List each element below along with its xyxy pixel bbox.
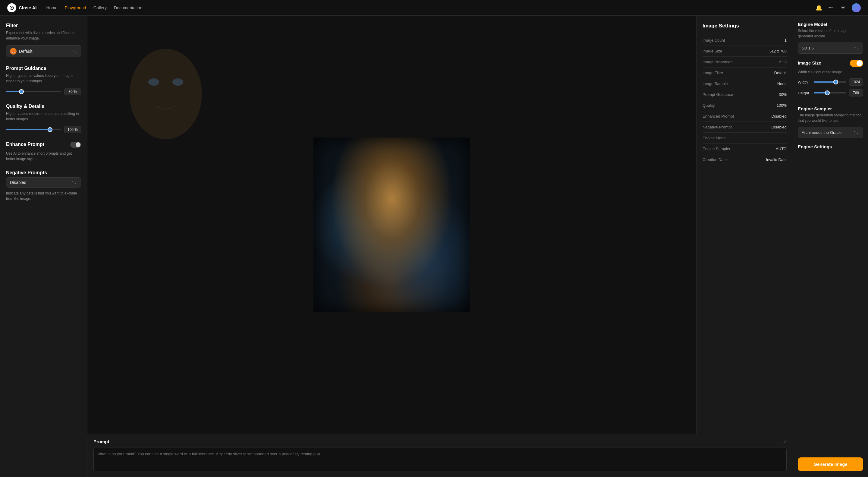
width-fill — [814, 81, 836, 83]
quality-thumb[interactable] — [48, 127, 53, 132]
image-settings-panel: Image Settings Image Count 1 Image Size … — [696, 16, 793, 434]
engine-model-title: Engine Model — [798, 22, 863, 27]
settings-val: AUTO — [776, 147, 786, 151]
settings-val: 1 — [784, 38, 786, 42]
image-size-title: Image Size — [798, 60, 821, 65]
image-panel — [87, 16, 696, 434]
right-panel: Engine Model Select the version of the i… — [793, 16, 868, 477]
width-value: 1024 — [849, 79, 863, 86]
engine-sampler-section: Engine Sampler The image generation samp… — [798, 106, 863, 138]
prompt-expand-icon[interactable]: ⤢ — [783, 439, 786, 444]
filter-selected: Default — [19, 49, 71, 54]
engine-model-desc: Select the version of the image generato… — [798, 28, 863, 39]
negative-select[interactable]: Disabled ⌃⌄ — [6, 177, 81, 187]
enhance-toggle[interactable] — [70, 142, 81, 148]
settings-val: Invalid Date — [766, 157, 786, 162]
prompt-textarea[interactable] — [93, 447, 786, 471]
settings-row-quality: Quality 100% — [703, 100, 786, 111]
settings-key: Image Sample — [703, 81, 728, 86]
width-row: Width 1024 — [798, 79, 863, 86]
settings-row-creation-date: Creation Date Invalid Date — [703, 154, 786, 165]
prompt-title: Prompt — [93, 439, 110, 444]
quality-title: Quality & Details — [6, 104, 81, 109]
width-label: Width — [798, 80, 811, 84]
filter-select[interactable]: 🦊 Default ⌃⌄ — [6, 45, 81, 57]
engine-sampler-arrow-icon: ⌃⌄ — [853, 130, 859, 135]
filter-title: Filter — [6, 23, 81, 28]
enhance-prompt-section: Enhance Prompt Use AI to enhance short p… — [6, 142, 81, 161]
settings-key: Image Filter — [703, 70, 723, 75]
image-size-toggle-thumb — [857, 60, 863, 66]
negative-prompts-section: Negative Prompts Disabled ⌃⌄ Indicate an… — [6, 170, 81, 201]
engine-model-select[interactable]: SD 1.6 ⌃⌄ — [798, 42, 863, 54]
svg-point-1 — [130, 49, 202, 139]
engine-sampler-selected: Archimedes the Oracle — [802, 130, 841, 135]
sidebar: Filter Experiment with diverse styles an… — [0, 16, 87, 477]
settings-icon[interactable]: ☀ — [840, 4, 846, 11]
prompt-guidance-track[interactable] — [6, 91, 61, 92]
settings-table: Image Count 1 Image Size 512 x 768 Image… — [703, 35, 786, 165]
generate-button[interactable]: Generate Image — [798, 457, 863, 471]
negative-selected: Disabled — [10, 180, 71, 185]
prompt-guidance-desc: Higher guidance values keep your images … — [6, 73, 81, 84]
content-area: Image Settings Image Count 1 Image Size … — [87, 16, 793, 477]
settings-row-engine-model: Engine Model — [703, 133, 786, 144]
height-label: Height — [798, 91, 811, 95]
notification-icon[interactable]: 🔔 — [815, 4, 822, 11]
settings-key: Image Count — [703, 38, 725, 42]
height-track[interactable] — [814, 92, 846, 93]
settings-row-enhanced-prompt: Enhanced Prompt Disabled — [703, 111, 786, 122]
quality-value: 100 % — [64, 126, 81, 133]
enhance-toggle-thumb — [76, 142, 81, 147]
prompt-guidance-title: Prompt Guidance — [6, 66, 81, 71]
prompt-guidance-thumb[interactable] — [19, 89, 24, 94]
width-track[interactable] — [814, 81, 846, 83]
settings-val: 30% — [779, 92, 786, 97]
image-size-section: Image Size Width x Height of the image. … — [798, 60, 863, 100]
nav-gallery[interactable]: Gallery — [93, 5, 107, 10]
generated-image — [313, 138, 470, 312]
enhance-title: Enhance Prompt — [6, 142, 44, 147]
settings-row-negative-prompt: Negative Prompt Disabled — [703, 122, 786, 133]
settings-row-engine-sampler: Engine Sampler AUTO — [703, 144, 786, 154]
settings-row-image-sample: Image Sample None — [703, 79, 786, 89]
filter-section: Filter Experiment with diverse styles an… — [6, 23, 81, 57]
image-size-toggle-row: Image Size — [798, 60, 863, 67]
nav-playground[interactable]: Playground — [65, 5, 86, 10]
prompt-guidance-section: Prompt Guidance Higher guidance values k… — [6, 66, 81, 95]
nav-icons: 🔔 〜 ☀ — [815, 3, 861, 12]
brand-name: Close AI — [19, 5, 36, 10]
nav-home[interactable]: Home — [46, 5, 57, 10]
quality-track[interactable] — [6, 129, 61, 130]
nav-documentation[interactable]: Documentation — [114, 5, 142, 10]
settings-row-prompt-guidance: Prompt Guidance 30% — [703, 89, 786, 100]
settings-val: None — [777, 81, 786, 86]
engine-model-section: Engine Model Select the version of the i… — [798, 22, 863, 54]
height-row: Height 768 — [798, 89, 863, 96]
image-size-toggle[interactable] — [850, 60, 863, 67]
navbar: Close AI Home Playground Gallery Documen… — [0, 0, 868, 16]
settings-key: Creation Date — [703, 157, 727, 162]
quality-section: Quality & Details Higher values require … — [6, 104, 81, 133]
logo-icon — [7, 3, 16, 12]
svg-point-2 — [148, 79, 159, 86]
settings-val: Default — [774, 70, 786, 75]
height-value: 768 — [849, 89, 863, 96]
prompt-guidance-value: 30 % — [64, 88, 81, 95]
logo[interactable]: Close AI — [7, 3, 36, 12]
activity-icon[interactable]: 〜 — [828, 4, 834, 11]
prompt-guidance-slider-row: 30 % — [6, 88, 81, 95]
filter-arrow-icon: ⌃⌄ — [71, 49, 77, 53]
filter-icon: 🦊 — [10, 48, 17, 55]
engine-sampler-title: Engine Sampler — [798, 106, 863, 111]
engine-model-arrow-icon: ⌃⌄ — [853, 46, 859, 50]
width-thumb[interactable] — [833, 80, 838, 84]
settings-key: Quality — [703, 103, 715, 108]
quality-desc: Higher values require more steps, result… — [6, 111, 81, 122]
settings-key: Prompt Guidance — [703, 92, 733, 97]
user-avatar[interactable] — [852, 3, 861, 12]
settings-key: Negative Prompt — [703, 125, 732, 129]
image-viewer: Image Settings Image Count 1 Image Size … — [87, 16, 793, 434]
height-thumb[interactable] — [825, 90, 830, 95]
engine-sampler-select[interactable]: Archimedes the Oracle ⌃⌄ — [798, 127, 863, 138]
